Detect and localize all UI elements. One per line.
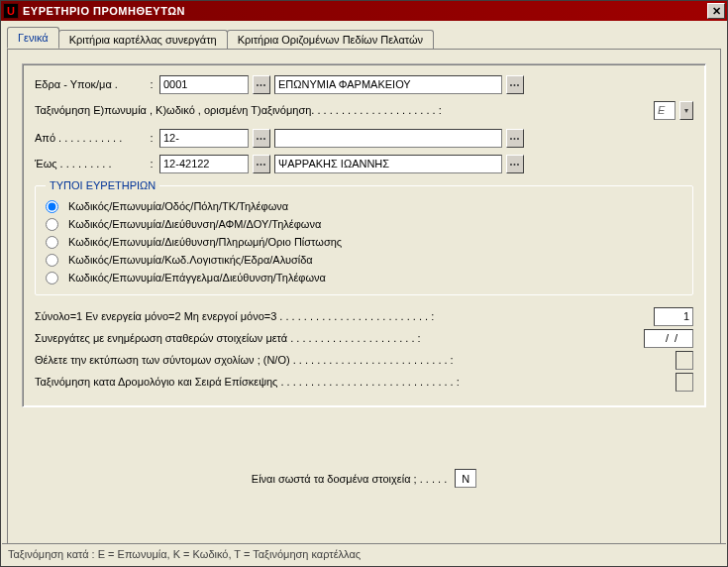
- ellipsis-icon: •••: [257, 135, 266, 142]
- to-code-lookup-button[interactable]: •••: [253, 155, 270, 173]
- radio-type-2-label: Κωδικός/Επωνυμία/Διεύθυνση/ΑΦΜ/ΔΟΥ/Τηλέφ…: [68, 218, 321, 230]
- from-code-input[interactable]: [159, 129, 249, 148]
- total-filter-input[interactable]: [654, 307, 693, 326]
- radio-type-3[interactable]: [46, 236, 58, 249]
- chevron-down-icon: ▾: [684, 106, 689, 115]
- label-from: Από . . . . . . . . . . .: [35, 132, 144, 144]
- ellipsis-icon: •••: [510, 81, 520, 88]
- directory-types-legend: ΤΥΠΟΙ ΕΥΡΕΤΗΡΙΩΝ: [46, 179, 159, 191]
- colon: :: [148, 132, 156, 144]
- from-code-lookup-button[interactable]: •••: [253, 129, 270, 148]
- window-frame: U ΕΥΡΕΤΗΡΙΟ ΠΡΟΜΗΘΕΥΤΩΝ ✕ Γενικά Κριτήρι…: [0, 0, 728, 567]
- updated-after-date-input[interactable]: [644, 329, 693, 348]
- label-to: Έως . . . . . . . . .: [35, 158, 144, 170]
- label-sort-route: Ταξινόμηση κατα Δρομολόγιο και Σειρά Επί…: [35, 376, 460, 388]
- branch-name-lookup-button[interactable]: •••: [506, 75, 524, 94]
- ellipsis-icon: •••: [510, 161, 520, 168]
- status-bar: Ταξινόμηση κατά : Ε = Επωνυμία, Κ = Κωδι…: [2, 543, 726, 565]
- sort-dropdown-button[interactable]: ▾: [679, 101, 693, 120]
- close-button[interactable]: ✕: [707, 3, 725, 19]
- confirm-input[interactable]: [455, 469, 476, 488]
- label-branch: Εδρα - Υποκ/μα .: [35, 78, 144, 90]
- radio-type-1-label: Κωδικός/Επωνυμία/Οδός/Πόλη/ΤΚ/Τηλέφωνα: [68, 200, 288, 212]
- confirm-label: Είναι σωστά τα δοσμένα στοιχεία ; . . . …: [252, 473, 447, 485]
- tab-general[interactable]: Γενικά: [7, 27, 59, 49]
- to-name-lookup-button[interactable]: •••: [506, 155, 524, 173]
- directory-types-group: ΤΥΠΟΙ ΕΥΡΕΤΗΡΙΩΝ Κωδικός/Επωνυμία/Οδός/Π…: [35, 179, 693, 295]
- branch-name-input[interactable]: [274, 75, 502, 94]
- close-icon: ✕: [712, 5, 721, 18]
- ellipsis-icon: •••: [510, 135, 520, 142]
- ellipsis-icon: •••: [257, 81, 266, 88]
- status-text: Ταξινόμηση κατά : Ε = Επωνυμία, Κ = Κωδι…: [8, 548, 361, 560]
- colon: :: [148, 158, 156, 170]
- ellipsis-icon: •••: [257, 161, 266, 168]
- sort-input[interactable]: [654, 101, 676, 120]
- label-sort: Ταξινόμηση Ε)πωνυμία , Κ)ωδικό , ορισμέν…: [35, 104, 442, 116]
- sort-route-input[interactable]: [676, 373, 693, 392]
- label-print-comments: Θέλετε την εκτύπωση των σύντομων σχολίων…: [35, 354, 454, 366]
- print-comments-input[interactable]: [676, 351, 693, 370]
- radio-type-3-label: Κωδικός/Επωνυμία/Διεύθυνση/Πληρωμή/Οριο …: [68, 236, 342, 248]
- radio-type-4-label: Κωδικός/Επωνυμία/Κωδ.Λογιστικής/Εδρα/Αλυ…: [68, 254, 313, 266]
- tab-panel-general: Εδρα - Υποκ/μα . : ••• ••• Ταξινόμηση Ε)…: [7, 49, 721, 544]
- colon: :: [148, 78, 156, 90]
- branch-code-input[interactable]: [159, 75, 249, 94]
- tab-criteria-custom-fields[interactable]: Κριτήρια Οριζομένων Πεδίων Πελατών: [227, 30, 434, 50]
- tab-strip: Γενικά Κριτήρια καρτέλλας συνεργάτη Κριτ…: [7, 27, 721, 49]
- to-name-input[interactable]: [274, 155, 502, 173]
- radio-type-4[interactable]: [46, 254, 58, 267]
- from-name-lookup-button[interactable]: •••: [506, 129, 524, 148]
- radio-type-5-label: Κωδικός/Επωνυμία/Επάγγελμα/Διεύθυνση/Τηλ…: [68, 272, 326, 284]
- label-updated-after: Συνεργάτες με ενημέρωση σταθερών στοιχεί…: [35, 332, 421, 344]
- radio-type-2[interactable]: [46, 218, 58, 231]
- confirm-row: Είναι σωστά τα δοσμένα στοιχεία ; . . . …: [8, 469, 720, 488]
- radio-type-5[interactable]: [46, 272, 58, 284]
- label-total-filter: Σύνολο=1 Εν ενεργεία μόνο=2 Μη ενεργοί μ…: [35, 310, 434, 322]
- app-icon: U: [3, 3, 19, 19]
- tab-criteria-partner[interactable]: Κριτήρια καρτέλλας συνεργάτη: [58, 30, 228, 50]
- from-name-input[interactable]: [274, 129, 502, 148]
- radio-type-1[interactable]: [46, 200, 58, 213]
- criteria-box: Εδρα - Υποκ/μα . : ••• ••• Ταξινόμηση Ε)…: [22, 63, 706, 407]
- to-code-input[interactable]: [159, 155, 249, 173]
- window-title: ΕΥΡΕΤΗΡΙΟ ΠΡΟΜΗΘΕΥΤΩΝ: [23, 5, 707, 17]
- branch-code-lookup-button[interactable]: •••: [253, 75, 270, 94]
- title-bar: U ΕΥΡΕΤΗΡΙΟ ΠΡΟΜΗΘΕΥΤΩΝ ✕: [1, 1, 727, 21]
